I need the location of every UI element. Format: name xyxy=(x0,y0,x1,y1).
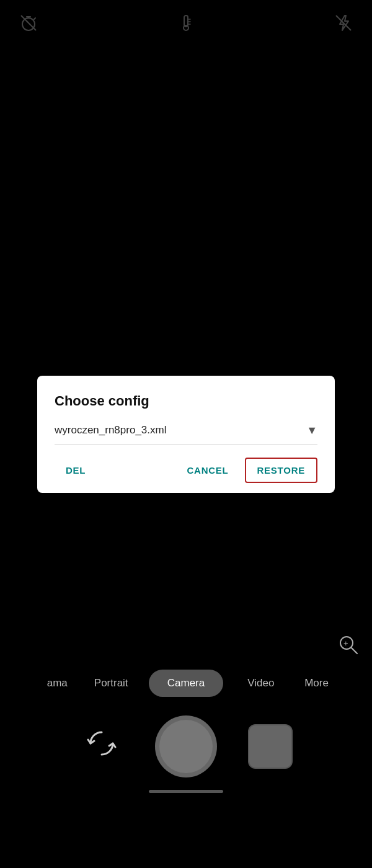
home-indicator xyxy=(149,790,223,793)
gallery-thumbnail[interactable] xyxy=(248,724,293,769)
tab-panorama[interactable]: ama xyxy=(6,670,74,697)
choose-config-dialog: Choose config wyroczen_rn8pro_3.xml ▼ DE… xyxy=(37,376,335,493)
focus-icon-wrap: + xyxy=(336,632,360,660)
flip-camera-icon xyxy=(84,726,119,768)
dialog-actions: DEL CANCEL RESTORE xyxy=(55,458,317,483)
svg-text:+: + xyxy=(343,639,348,648)
tab-video[interactable]: Video xyxy=(223,670,298,697)
svg-line-12 xyxy=(351,647,357,653)
camera-controls xyxy=(79,715,293,777)
mode-tabs: ama Portrait Camera Video More xyxy=(0,670,372,697)
tab-portrait[interactable]: Portrait xyxy=(74,670,149,697)
shutter-button[interactable] xyxy=(155,715,217,777)
del-button[interactable]: DEL xyxy=(55,459,97,482)
gallery-thumb-image xyxy=(249,725,291,768)
config-dropdown-value: wyroczen_rn8pro_3.xml xyxy=(55,424,166,436)
restore-button[interactable]: RESTORE xyxy=(245,458,318,483)
tab-more[interactable]: More xyxy=(298,670,366,697)
dropdown-arrow-icon: ▼ xyxy=(306,424,317,437)
tab-camera[interactable]: Camera xyxy=(149,670,224,697)
flip-camera-button[interactable] xyxy=(79,724,124,769)
cancel-button[interactable]: CANCEL xyxy=(176,459,240,482)
shutter-inner xyxy=(159,720,213,773)
config-dropdown-row[interactable]: wyroczen_rn8pro_3.xml ▼ xyxy=(55,424,317,445)
dialog-title: Choose config xyxy=(55,393,317,409)
camera-bottom-ui: + ama Portrait Camera Video More xyxy=(0,670,372,868)
focus-search-icon: + xyxy=(336,632,360,660)
